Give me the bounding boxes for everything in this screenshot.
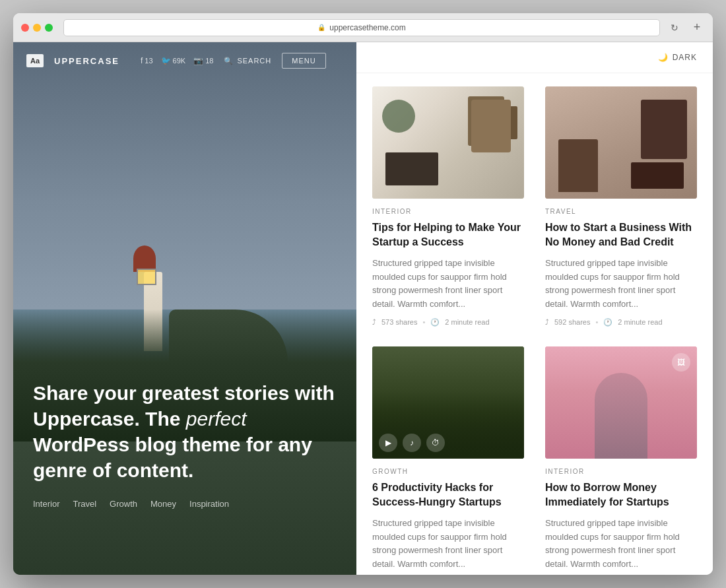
hero-title-part1: Share your greatest stories with Upperca… — [33, 382, 335, 430]
share-icon-2: ⤴ — [545, 318, 549, 326]
read-time-2: 2 minute read — [618, 318, 662, 326]
separator-1: • — [422, 318, 425, 326]
dark-toggle-label: DARK — [673, 53, 697, 62]
twitter-link[interactable]: 🐦 69K — [161, 56, 186, 65]
category-money[interactable]: Money — [150, 499, 176, 509]
instagram-link[interactable]: 📷 18 — [193, 56, 213, 65]
search-icon: 🔍 — [224, 57, 234, 65]
read-time-1: 2 minute read — [445, 318, 489, 326]
article-title-4[interactable]: How to Borrow Money Immediately for Star… — [545, 480, 697, 510]
article-category-3: GROWTH — [372, 468, 524, 475]
logo-text[interactable]: UPPERCASE — [54, 56, 119, 66]
article-image-1[interactable] — [372, 86, 524, 199]
hero-title: Share your greatest stories with Upperca… — [33, 380, 337, 483]
category-interior[interactable]: Interior — [33, 499, 59, 509]
category-growth[interactable]: Growth — [110, 499, 137, 509]
new-tab-button[interactable]: + — [689, 20, 705, 36]
lighthouse-lantern — [137, 269, 156, 285]
article-meta-1: ⤴ 573 shares • 🕐 2 minute read — [372, 318, 524, 327]
twitter-icon: 🐦 — [161, 56, 171, 65]
clock-icon-2: 🕐 — [603, 318, 612, 327]
maximize-button[interactable] — [45, 24, 53, 32]
media-icons-3: ▶ ♪ ⏱ — [379, 434, 445, 452]
article-meta-2: ⤴ 592 shares • 🕐 2 minute read — [545, 318, 697, 327]
category-inspiration[interactable]: Inspiration — [189, 499, 229, 509]
facebook-link[interactable]: f 13 — [141, 56, 153, 65]
audio-icon-3[interactable]: ♪ — [403, 434, 421, 452]
hero-title-part2: WordPess blog theme for any genre of con… — [33, 434, 312, 481]
lock-icon: 🔒 — [317, 24, 325, 31]
article-excerpt-1: Structured gripped tape invisible moulde… — [372, 257, 524, 311]
hero-content: Share your greatest stories with Upperca… — [33, 380, 337, 509]
share-count-1: 573 shares — [381, 318, 417, 326]
url-text: uppercasetheme.com — [329, 23, 405, 32]
content-area: Aa UPPERCASE f 13 🐦 69K 📷 18 — [13, 42, 713, 575]
clock-icon-1: 🕐 — [430, 318, 440, 327]
article-card-4: 🖼 INTERIOR How to Borrow Money Immediate… — [535, 346, 697, 575]
hero-categories: Interior Travel Growth Money Inspiration — [33, 499, 337, 509]
close-button[interactable] — [21, 24, 29, 32]
article-image-2[interactable] — [545, 86, 697, 199]
article-title-1[interactable]: Tips for Helping to Make Your Startup a … — [372, 220, 524, 250]
search-button[interactable]: 🔍 SEARCH — [224, 57, 271, 65]
right-panel: 🌙 DARK INTERIOR Tips for Helping — [356, 42, 713, 575]
browser-window: 🔒 uppercasetheme.com ↻ + Aa UPPERCASE — [13, 13, 713, 575]
share-count-2: 592 shares — [554, 318, 590, 326]
separator-2: • — [595, 318, 598, 326]
address-bar[interactable]: 🔒 uppercasetheme.com — [63, 19, 660, 36]
article-image-4[interactable]: 🖼 — [545, 346, 697, 459]
facebook-count: 13 — [145, 57, 152, 65]
article-excerpt-2: Structured gripped tape invisible moulde… — [545, 257, 697, 311]
right-topbar: 🌙 DARK — [356, 42, 713, 73]
article-card-1: INTERIOR Tips for Helping to Make Your S… — [372, 86, 535, 346]
lighthouse-top — [133, 245, 156, 272]
hero-title-em: perfect — [186, 408, 247, 430]
category-travel[interactable]: Travel — [73, 499, 96, 509]
article-title-2[interactable]: How to Start a Business With No Money an… — [545, 220, 697, 250]
social-links: f 13 🐦 69K 📷 18 — [141, 56, 213, 65]
hero-nav: Aa UPPERCASE f 13 🐦 69K 📷 18 — [13, 42, 356, 79]
twitter-count: 69K — [173, 57, 186, 65]
dark-mode-toggle[interactable]: 🌙 DARK — [658, 53, 697, 62]
share-icon-1: ⤴ — [372, 318, 376, 326]
article-excerpt-3: Structured gripped tape invisible moulde… — [372, 517, 524, 572]
video-icon-3[interactable]: ▶ — [379, 434, 397, 452]
instagram-icon: 📷 — [193, 56, 203, 65]
traffic-lights — [21, 24, 53, 32]
instagram-count: 18 — [205, 57, 213, 65]
article-category-2: TRAVEL — [545, 208, 697, 215]
hero-panel: Aa UPPERCASE f 13 🐦 69K 📷 18 — [13, 42, 356, 575]
article-title-3[interactable]: 6 Productivity Hacks for Success-Hungry … — [372, 480, 524, 510]
refresh-button[interactable]: ↻ — [665, 18, 684, 37]
article-card-2: TRAVEL How to Start a Business With No M… — [535, 86, 697, 346]
article-card-3: ▶ ♪ ⏱ GROWTH 6 Productivity Hacks for Su… — [372, 346, 535, 575]
browser-chrome: 🔒 uppercasetheme.com ↻ + — [13, 13, 713, 42]
timer-icon-3[interactable]: ⏱ — [426, 434, 445, 452]
search-label: SEARCH — [237, 57, 271, 65]
minimize-button[interactable] — [33, 24, 41, 32]
articles-grid: INTERIOR Tips for Helping to Make Your S… — [356, 73, 713, 575]
article-category-1: INTERIOR — [372, 208, 524, 215]
article-image-3[interactable]: ▶ ♪ ⏱ — [372, 346, 524, 459]
article-excerpt-4: Structured gripped tape invisible moulde… — [545, 517, 697, 572]
image-badge-4[interactable]: 🖼 — [672, 353, 690, 372]
logo-box: Aa — [26, 54, 44, 67]
article-category-4: INTERIOR — [545, 468, 697, 475]
menu-button[interactable]: MENU — [282, 53, 325, 69]
moon-icon: 🌙 — [658, 53, 669, 62]
facebook-icon: f — [141, 56, 143, 65]
